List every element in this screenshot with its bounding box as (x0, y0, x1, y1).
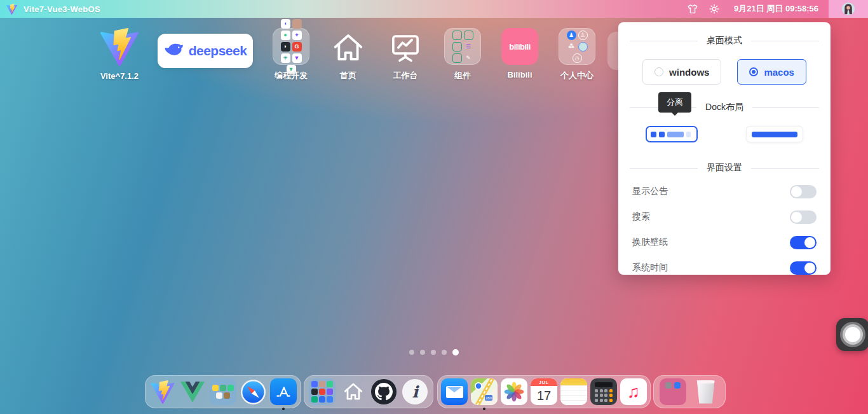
mini-list-icon: ☰ (464, 42, 473, 52)
dock-photos-icon[interactable] (501, 378, 527, 405)
desktop-icon-bilibili[interactable]: bilibili Bilibili (494, 28, 545, 79)
desktop-mode-options: windows macos (618, 59, 831, 85)
dev-folder-tile: ◖ ● ✦ ◗ G ✳ ▼ ▼ (273, 28, 309, 65)
mini-avatar-ring-icon (578, 42, 588, 52)
deepseek-logo-text: deepseek (189, 43, 247, 59)
dock-trash-icon[interactable] (693, 378, 719, 405)
toggle-row-search: 搜索 (618, 204, 831, 230)
dock-home-icon[interactable] (340, 378, 367, 405)
dock-calendar-icon[interactable]: JUL 17 (531, 378, 557, 405)
mini-app-icon (311, 389, 318, 395)
dock-calculator-icon[interactable] (590, 378, 617, 405)
user-avatar[interactable] (829, 0, 868, 18)
desktop-icon-workbench[interactable]: 工作台 (380, 31, 431, 81)
system-time-toggle[interactable] (790, 261, 817, 275)
dock-layout-square (651, 132, 656, 137)
skin-shirt-icon[interactable] (682, 0, 703, 18)
vite-logo-icon (6, 4, 17, 15)
mini-table-icon (452, 31, 462, 40)
dock-notes-icon[interactable] (560, 378, 587, 405)
toggle-row-announcement: 显示公告 (618, 179, 831, 204)
page-dot-2[interactable] (420, 350, 425, 355)
mini-app-icon (227, 385, 234, 391)
mini-app-icon (224, 392, 230, 399)
dock-layout-merged-option[interactable] (746, 126, 803, 142)
page-dot-4[interactable] (442, 350, 447, 355)
desktop-mode-macos-button[interactable]: macos (737, 59, 806, 85)
mini-table-icon (464, 31, 473, 40)
settings-gear-icon[interactable] (703, 0, 725, 18)
mini-app-icon (311, 381, 318, 387)
radio-unchecked-icon (654, 67, 663, 76)
page-dot-1[interactable] (409, 350, 414, 355)
system-datetime[interactable]: 9月21日 周日 09:58:56 (725, 3, 829, 15)
mini-openai-icon: ✳ (281, 53, 290, 63)
dock-layout-merged-bar (752, 132, 797, 137)
calendar-day: 17 (531, 386, 557, 405)
mini-github-icon: ◗ (281, 42, 290, 52)
desktop-icon-deepseek[interactable]: deepseek (158, 34, 253, 68)
desktop-icon-label: 编程开发 (275, 70, 308, 81)
desktop-mode-macos-label: macos (764, 67, 794, 78)
dock-layout-split-option[interactable] (646, 126, 698, 142)
bilibili-tile: bilibili (501, 28, 538, 65)
dock-group-4 (653, 375, 726, 408)
mini-card-app-icon (674, 382, 681, 389)
dock-info-icon[interactable]: i (402, 378, 428, 405)
running-indicator-dot (483, 408, 485, 410)
mini-app-icon (319, 396, 325, 403)
announcement-toggle[interactable] (790, 185, 817, 198)
dock-maps-icon[interactable]: 280 (471, 378, 498, 405)
toggle-label: 系统时间 (632, 262, 668, 273)
dock-layout-square (659, 132, 665, 137)
desktop-icon-label: 组件 (454, 70, 471, 81)
section-title-desktop-mode: 桌面模式 (630, 35, 819, 46)
assistive-touch-button[interactable] (836, 318, 868, 351)
toggle-row-wallpaper: 换肤壁纸 (618, 230, 831, 255)
settings-panel: 桌面模式 windows macos 分离 Dock布局 (618, 22, 831, 275)
desktop-stage: Vite7-Vue3-WebOS 9月21日 周日 09:58:56 (0, 0, 868, 414)
user-center-folder-tile: ♟ ♙ ⁂ ◷ (559, 28, 595, 65)
mini-app-icon (220, 385, 226, 391)
radio-checked-icon (749, 67, 758, 76)
desktop-mode-windows-button[interactable]: windows (642, 59, 721, 85)
desktop-icon-vite[interactable]: Vite^7.1.2 (94, 28, 145, 81)
running-indicator-dot (282, 408, 285, 410)
search-toggle[interactable] (790, 210, 817, 224)
dock-github-icon[interactable] (370, 378, 397, 405)
dock-apps-folder-icon[interactable] (210, 378, 236, 405)
toggle-label: 搜索 (632, 211, 650, 223)
mini-user-blue-icon: ♟ (567, 31, 576, 40)
mini-app-icon (212, 385, 219, 391)
mini-person-icon: ♙ (578, 31, 588, 40)
desktop-icon-home[interactable]: 首页 (323, 31, 374, 81)
mini-app-icon (327, 389, 333, 395)
desktop-icon-dev-folder[interactable]: ◖ ● ✦ ◗ G ✳ ▼ ▼ 编程开发 (266, 28, 316, 81)
mini-deepseek-icon: ◖ (281, 19, 290, 29)
toggle-row-system-time: 系统时间 (618, 255, 831, 280)
mini-app-icon (319, 381, 325, 387)
desktop-icon-components[interactable]: ☰ ✎ 组件 (437, 28, 488, 81)
toggle-label: 显示公告 (632, 186, 668, 197)
mini-vite-icon: ▼ (292, 53, 302, 63)
dock-vite-icon[interactable] (149, 378, 176, 405)
dock-vue-icon[interactable] (179, 378, 206, 405)
desktop-icon-label: 个人中心 (560, 70, 593, 81)
mini-app-icon (216, 392, 222, 399)
page-dot-3[interactable] (431, 350, 436, 355)
desktop-icon-user-center[interactable]: ♟ ♙ ⁂ ◷ 个人中心 (552, 28, 602, 81)
wallpaper-toggle[interactable] (790, 236, 817, 249)
calendar-month: JUL (531, 378, 557, 386)
mini-clock-icon: ◷ (573, 53, 582, 63)
dock-group-2: i (304, 375, 433, 408)
dock-layout-bar (667, 132, 684, 137)
dock-app-store-icon[interactable] (270, 378, 297, 405)
dock-safari-icon[interactable] (240, 378, 267, 405)
mini-app-icon (327, 381, 333, 387)
dock-music-icon[interactable]: ♫ (620, 378, 647, 405)
dock-mail-icon[interactable] (441, 378, 468, 405)
mini-group-icon: ⁂ (567, 42, 576, 52)
page-dot-5-active[interactable] (452, 349, 459, 355)
dock-settings-folder-icon[interactable] (660, 378, 686, 405)
dock-dev-folder-icon[interactable] (309, 378, 336, 405)
